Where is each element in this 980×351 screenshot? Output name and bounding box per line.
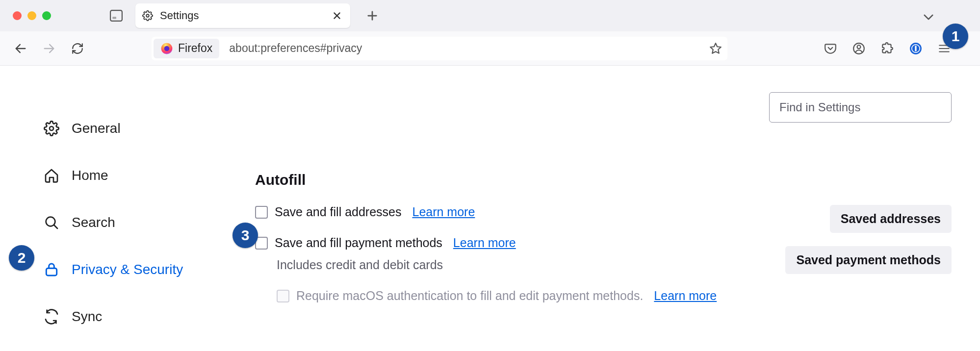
sidebar-item-home[interactable]: Home (43, 152, 255, 199)
settings-main: Autofill Save and fill addresses Learn m… (255, 66, 980, 351)
callout-badge-1: 1 (943, 24, 968, 49)
account-button[interactable] (851, 40, 867, 57)
extensions-button[interactable] (879, 40, 896, 57)
sidebar-toggle-icon[interactable] (110, 10, 123, 22)
window-close-button[interactable] (13, 11, 22, 20)
pref-label: Save and fill addresses (275, 205, 401, 219)
new-tab-button[interactable] (364, 7, 381, 24)
sidebar-item-label: Sync (72, 309, 102, 325)
window-zoom-button[interactable] (42, 11, 51, 20)
pref-label: Save and fill payment methods (275, 236, 442, 250)
tab-strip: Settings (0, 0, 980, 31)
sidebar-item-privacy[interactable]: Privacy & Security (43, 246, 255, 293)
search-icon (43, 214, 60, 231)
svg-point-10 (50, 126, 53, 130)
sync-icon (43, 308, 60, 325)
section-title-autofill: Autofill (255, 172, 980, 188)
svg-rect-0 (110, 10, 122, 21)
list-all-tabs-button[interactable] (921, 10, 936, 25)
lock-icon (43, 261, 60, 278)
pref-require-auth-row: Require macOS authentication to fill and… (277, 289, 980, 303)
identity-label: Firefox (178, 42, 212, 55)
close-tab-button[interactable] (331, 9, 343, 22)
window-controls (13, 11, 51, 20)
svg-rect-1 (112, 17, 116, 19)
back-button[interactable] (10, 38, 31, 59)
callout-badge-3: 3 (232, 223, 258, 248)
callout-badge-2: 2 (9, 245, 34, 271)
sidebar-item-label: Search (72, 215, 115, 230)
settings-page: General Home Search Privacy & Security S… (0, 66, 980, 351)
sidebar-item-search[interactable]: Search (43, 199, 255, 246)
find-in-settings-input[interactable] (769, 92, 952, 123)
url-text: about:preferences#privacy (229, 42, 703, 55)
saved-addresses-button[interactable]: Saved addresses (830, 205, 952, 233)
svg-rect-9 (915, 46, 916, 51)
learn-more-link[interactable]: Learn more (654, 289, 717, 303)
sidebar-item-label: Home (72, 168, 108, 183)
browser-tab[interactable]: Settings (135, 3, 350, 28)
address-bar[interactable]: Firefox about:preferences#privacy (151, 36, 728, 61)
sidebar-item-label: General (72, 121, 121, 136)
checkbox-save-addresses[interactable] (255, 206, 268, 219)
tab-title: Settings (160, 9, 324, 22)
learn-more-link[interactable]: Learn more (453, 236, 516, 250)
navigation-toolbar: Firefox about:preferences#privacy (0, 31, 980, 66)
identity-box[interactable]: Firefox (154, 39, 219, 58)
learn-more-link[interactable]: Learn more (412, 205, 475, 219)
sidebar-item-sync[interactable]: Sync (43, 293, 255, 340)
gear-icon (43, 120, 60, 137)
checkbox-require-auth (277, 290, 289, 302)
svg-point-2 (146, 14, 149, 17)
bookmark-star-button[interactable] (706, 39, 725, 58)
window-minimize-button[interactable] (27, 11, 36, 20)
gear-icon (142, 10, 153, 21)
settings-sidebar: General Home Search Privacy & Security S… (0, 66, 255, 351)
saved-payment-methods-button[interactable]: Saved payment methods (785, 246, 952, 274)
svg-point-6 (857, 45, 861, 49)
home-icon (43, 167, 60, 184)
svg-rect-12 (46, 268, 56, 276)
forward-button[interactable] (38, 38, 60, 59)
1password-button[interactable] (907, 40, 924, 57)
sidebar-item-label: Privacy & Security (72, 262, 183, 277)
sidebar-item-general[interactable]: General (43, 105, 255, 152)
svg-point-4 (164, 46, 170, 51)
firefox-icon (160, 42, 173, 55)
pref-label: Require macOS authentication to fill and… (296, 289, 643, 303)
pocket-button[interactable] (822, 40, 839, 57)
reload-button[interactable] (67, 38, 88, 59)
